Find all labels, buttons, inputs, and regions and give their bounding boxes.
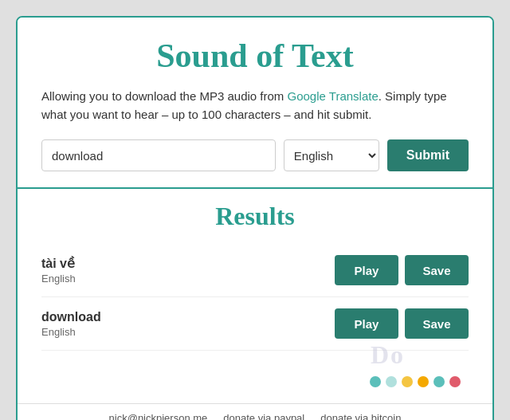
save-button-1[interactable]: Save: [405, 255, 469, 285]
result-lang-1: English: [41, 273, 335, 285]
top-section: Sound of Text Allowing you to download t…: [18, 18, 492, 189]
dot-5: [449, 376, 461, 387]
result-item: tài về English Play Save: [41, 244, 469, 297]
language-select[interactable]: English: [284, 139, 379, 171]
result-text-2: download: [41, 310, 335, 324]
dot-3: [418, 376, 429, 387]
result-lang-2: English: [41, 326, 335, 338]
description-prefix: Allowing you to download the MP3 audio f…: [41, 89, 288, 103]
play-button-1[interactable]: Play: [335, 255, 398, 285]
footer-email[interactable]: nick@nickpierson.me: [109, 412, 208, 420]
result-text-1: tài về: [41, 256, 335, 271]
play-button-2[interactable]: Play: [335, 308, 398, 339]
text-input[interactable]: [41, 139, 276, 171]
dots-row: [41, 376, 469, 387]
dot-0: [370, 376, 381, 387]
footer-bitcoin[interactable]: donate via bitcoin: [320, 412, 401, 420]
dot-4: [434, 376, 445, 387]
dot-2: [402, 376, 413, 387]
result-info-1: tài về English: [41, 256, 335, 285]
input-row: English Submit: [41, 139, 469, 171]
footer: nick@nickpierson.me donate via paypal do…: [18, 403, 492, 420]
result-actions-2: Play Save: [335, 308, 469, 339]
result-info-2: download English: [41, 310, 335, 338]
result-actions-1: Play Save: [335, 255, 469, 285]
dot-1: [386, 376, 397, 387]
results-section: Results tài về English Play Save downloa…: [18, 189, 492, 403]
app-container: Sound of Text Allowing you to download t…: [16, 16, 494, 420]
footer-paypal[interactable]: donate via paypal: [223, 412, 304, 420]
watermark-area: Do: [41, 354, 469, 370]
results-title: Results: [41, 202, 469, 231]
description: Allowing you to download the MP3 audio f…: [41, 88, 469, 124]
app-title: Sound of Text: [41, 37, 469, 75]
watermark-text: Do: [371, 340, 405, 370]
save-button-2[interactable]: Save: [405, 308, 469, 339]
google-translate-link[interactable]: Google Translate: [288, 89, 379, 103]
submit-button[interactable]: Submit: [387, 139, 469, 171]
